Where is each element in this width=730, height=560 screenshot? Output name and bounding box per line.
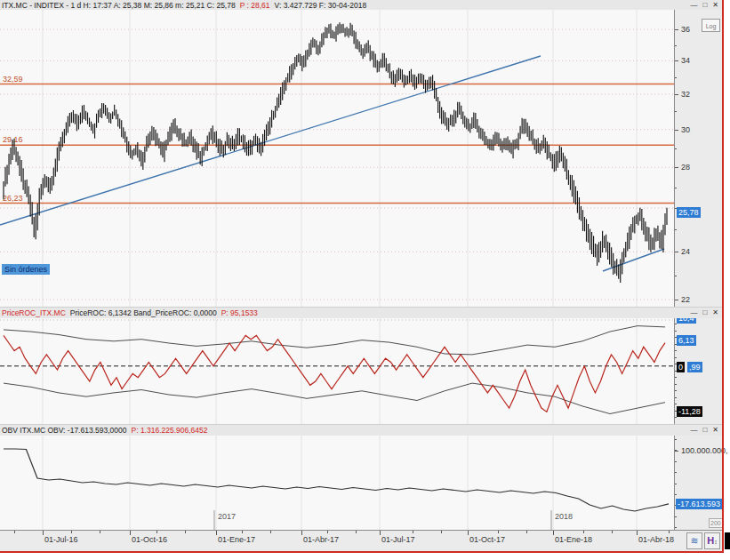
obv-p-value: P: 1.316.225.906,6452: [131, 426, 207, 435]
time-axis-tick: [380, 531, 381, 535]
time-axis-minor-tick: [100, 531, 100, 533]
time-axis-minor-tick: [185, 531, 186, 533]
obv-current-value-label: -17.613.593: [676, 499, 722, 509]
price-chart-panel[interactable]: 32,5929,1626,23 Sin órdenes: [0, 10, 674, 307]
time-axis-minor-tick: [156, 531, 157, 533]
time-axis-minor-tick: [71, 531, 72, 533]
obv-axis-minor-tick: [675, 439, 677, 440]
time-axis-tick: [468, 531, 469, 535]
roc-axis-value-label: -11,28: [677, 406, 702, 417]
obv-axis-minor-tick: [675, 461, 677, 462]
time-axis-minor-tick: [526, 531, 527, 533]
price-axis-tick-label: 34: [681, 56, 690, 65]
close-icon[interactable]: ✕: [712, 308, 718, 317]
maximize-icon[interactable]: □: [702, 426, 707, 435]
price-axis-minor-tick: [675, 45, 677, 46]
price-candles-canvas: 32,5929,1626,23: [0, 10, 674, 307]
price-axis-tick: [675, 300, 678, 300]
obv-canvas: 20172018: [0, 436, 674, 530]
time-axis-minor-tick: [669, 531, 670, 533]
auto-fit-button[interactable]: ≋: [686, 532, 702, 549]
time-axis-minor-tick: [14, 531, 15, 533]
window-border-bottom: [0, 551, 724, 553]
upper-band-line: [4, 326, 665, 355]
roc-axis-minor-tick: [675, 404, 677, 404]
no-orders-badge: Sin órdenes: [2, 264, 50, 275]
time-axis-minor-tick: [270, 531, 271, 533]
time-axis-minor-tick: [413, 531, 413, 533]
year-label: 2018: [555, 512, 573, 521]
visual-chart-window: ITX.MC - INDITEX - 1 d H: 17:37 A: 25,38…: [0, 0, 730, 560]
price-axis-tick-label: 30: [681, 125, 690, 134]
maximize-icon[interactable]: □: [702, 1, 707, 10]
price-axis-tick: [675, 167, 678, 168]
time-axis-label: 01-Oct-16: [132, 535, 167, 544]
close-icon[interactable]: ✕: [712, 426, 718, 435]
window-border-right: [722, 0, 724, 553]
price-axis-tick-label: 22: [681, 295, 690, 304]
obv-line: [4, 449, 669, 511]
price-axis-minor-tick: [675, 229, 677, 230]
price-axis-minor-tick: [675, 77, 677, 78]
roc-indicator-values: PriceROC: 6,1342 Band_PriceROC: 0,0000: [70, 308, 217, 317]
obv-indicator-values: OBV ITX.MC OBV: -17.613.593,0000: [2, 426, 126, 435]
obv-axis-minor-tick: [675, 516, 677, 517]
price-axis-tick-label: 32: [681, 90, 690, 99]
roc-axis-minor-tick: [675, 357, 677, 358]
price-axis-tick: [675, 130, 678, 131]
roc-axis-minor-tick: [675, 377, 677, 378]
h-scale-arrow-icon: ↕: [714, 539, 718, 545]
time-axis-tick: [553, 531, 554, 535]
obv-axis-minor-tick: [675, 484, 677, 484]
position-price-text: P : 28,61: [240, 1, 270, 10]
time-axis-label: 01-Abr-18: [638, 535, 674, 544]
log-scale-button[interactable]: Log: [702, 19, 720, 32]
minimize-icon[interactable]: —: [690, 308, 697, 317]
time-axis-label: 01-Ene-17: [218, 535, 255, 544]
year-label: 2017: [218, 512, 236, 521]
partial-scroll-box[interactable]: 200: [709, 518, 723, 528]
time-axis-minor-tick: [441, 531, 442, 533]
obv-panel-header[interactable]: OBV ITX.MC OBV: -17.613.593,0000 P: 1.31…: [0, 424, 722, 436]
obv-chart-panel[interactable]: 20172018: [0, 436, 674, 530]
obv-axis-minor-tick: [675, 472, 677, 473]
chart-title-bar[interactable]: ITX.MC - INDITEX - 1 d H: 17:37 A: 25,38…: [0, 0, 722, 10]
symbol-ohlc-text: ITX.MC - INDITEX - 1 d H: 17:37 A: 25,38…: [2, 1, 236, 10]
obv-axis-minor-tick: [675, 494, 677, 495]
roc-axis-value-label: 6,13: [677, 335, 696, 346]
minimize-icon[interactable]: —: [690, 1, 697, 10]
close-icon[interactable]: ✕: [712, 1, 718, 10]
minimize-icon[interactable]: —: [690, 426, 697, 435]
roc-axis-minor-tick: [675, 324, 677, 324]
price-axis-minor-tick: [675, 148, 677, 149]
wave-icon: ≋: [690, 535, 698, 546]
obv-axis-tick: [675, 451, 678, 452]
maximize-icon[interactable]: □: [702, 308, 707, 317]
roc-axis-minor-tick: [675, 417, 677, 418]
roc-panel-header[interactable]: PriceROC_ITX.MC PriceROC: 6,1342 Band_Pr…: [0, 307, 722, 318]
time-axis-label: 01-Ene-18: [555, 535, 592, 544]
time-axis-minor-tick: [242, 531, 243, 533]
roc-chart-panel[interactable]: [0, 318, 674, 424]
price-axis[interactable]: Log 3634323028242225,7810,46,130,99-11,2…: [674, 10, 722, 530]
level-price-label: 26,23: [3, 194, 23, 203]
price-axis-tick-label: 28: [681, 163, 690, 172]
roc-canvas: [0, 318, 674, 424]
time-axis-label: 01-Jul-16: [44, 535, 78, 544]
price-axis-minor-tick: [675, 188, 677, 188]
obv-axis-tick-label: 100.000.000,: [681, 446, 728, 455]
corner-resize-block[interactable]: [725, 532, 730, 549]
time-axis-minor-tick: [612, 531, 613, 533]
time-axis-label: 01-Jul-17: [381, 535, 415, 544]
time-axis[interactable]: 01-Jul-1601-Oct-1601-Ene-1701-Abr-1701-J…: [0, 530, 722, 551]
roc-axis-value-label: ,99: [687, 362, 702, 372]
price-axis-tick-label: 24: [681, 247, 690, 256]
price-axis-tick: [675, 29, 678, 30]
roc-axis-minor-tick: [675, 397, 677, 398]
price-axis-minor-tick: [675, 276, 677, 276]
time-axis-minor-tick: [498, 531, 499, 533]
horizontal-scale-button[interactable]: H↕: [704, 532, 720, 549]
time-axis-tick: [216, 531, 217, 535]
roc-p-value: P: 95,1533: [221, 308, 258, 317]
roc-axis-value-label: 0: [677, 362, 685, 372]
